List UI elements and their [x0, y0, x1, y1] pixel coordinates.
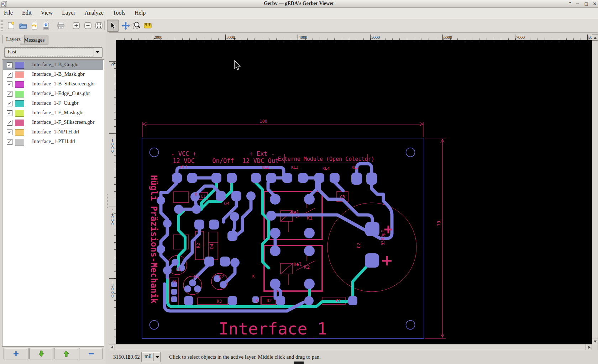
titlebar[interactable]: Gerbv — gEDA's Gerber Viewer ^ ─ ◻ ✕ — [0, 0, 598, 8]
silk-kl1: KL1 — [180, 165, 188, 169]
pane-splitter[interactable] — [106, 32, 109, 364]
scroll-down-button[interactable] — [592, 338, 598, 344]
layer-visibility-checkbox[interactable]: ✓ — [7, 139, 12, 145]
background-artifact — [294, 362, 304, 364]
toolbar-grip[interactable] — [1, 20, 3, 31]
layer-visibility-checkbox[interactable]: ✓ — [7, 72, 12, 78]
layer-row[interactable]: ✓ Interface_1-B_Cu.gbr — [3, 60, 103, 70]
menu-view[interactable]: View — [37, 8, 57, 17]
move-layer-up-button[interactable] — [54, 348, 78, 359]
horizontal-scroll-thumb[interactable] — [115, 344, 586, 350]
vertical-scrollbar[interactable] — [592, 35, 598, 344]
render-mode-dropdown-button[interactable] — [94, 48, 101, 56]
menu-analyze[interactable]: Analyze — [81, 8, 107, 17]
layer-row[interactable]: ✓ Interface_1-PTH.drl — [3, 137, 103, 147]
layer-name: Interface_1-F_Cu.gbr — [32, 100, 78, 106]
ruler-label: 5000 — [371, 35, 380, 40]
silk-r1: R1 — [336, 298, 341, 303]
silk-ext-2: 12 VDC Out — [242, 157, 279, 164]
layer-row[interactable]: ✓ Interface_1-Edge_Cuts.gbr — [3, 89, 103, 99]
layer-visibility-checkbox[interactable]: ✓ — [7, 120, 12, 126]
layer-color-swatch[interactable] — [15, 139, 24, 146]
layer-row[interactable]: ✓ Interface_1-B_Silkscreen.gbr — [3, 79, 103, 89]
menu-layer[interactable]: Layer — [58, 8, 79, 17]
menu-file[interactable]: File — [0, 8, 17, 17]
silk-k: K — [252, 274, 255, 279]
units-dropdown[interactable]: mil — [141, 352, 161, 362]
layer-visibility-checkbox[interactable]: ✓ — [7, 130, 12, 135]
silk-k2: K2 — [304, 264, 310, 270]
layer-row[interactable]: ✓ Interface_1-NPTH.drl — [3, 127, 103, 137]
zoom-fit-button[interactable] — [93, 20, 105, 32]
menu-help[interactable]: Help — [131, 8, 150, 17]
layer-row[interactable]: ✓ Interface_1-B_Mask.gbr — [3, 70, 103, 79]
menu-edit[interactable]: Edit — [18, 8, 36, 17]
layer-row[interactable]: ✓ Interface_1-F_Cu.gbr — [3, 99, 103, 108]
pcb-canvas[interactable]: 100 70 - VCC + 12 VDC On/Off + Ext - 12 … — [116, 40, 592, 344]
layer-visibility-checkbox[interactable]: ✓ — [7, 110, 12, 116]
layer-row[interactable]: ✓ Interface_1-F_Mask.gbr — [3, 108, 103, 118]
zoom-region-tool-icon — [132, 21, 141, 30]
layer-visibility-checkbox[interactable]: ✓ — [7, 81, 12, 87]
render-mode-value: Fast — [7, 49, 16, 55]
save-button[interactable] — [40, 20, 52, 32]
pan-tool-icon — [121, 21, 130, 30]
minimize-button[interactable]: ─ — [574, 0, 582, 7]
horizontal-scrollbar[interactable] — [109, 344, 592, 350]
chevron-down-icon — [96, 51, 99, 53]
toolbar-separator — [104, 21, 105, 30]
ruler-label: 8000 — [588, 35, 592, 40]
zoom-in-button[interactable] — [70, 20, 82, 32]
layer-visibility-checkbox[interactable]: ✓ — [7, 62, 12, 68]
scroll-right-button[interactable] — [586, 344, 592, 350]
vertical-scroll-thumb[interactable] — [592, 41, 598, 338]
scroll-up-button[interactable] — [592, 35, 598, 41]
move-layer-down-button[interactable] — [29, 348, 53, 359]
ruler-position-marker — [233, 38, 236, 40]
ruler-position-marker — [114, 62, 116, 65]
layer-color-swatch[interactable] — [15, 100, 24, 107]
render-mode-focus — [5, 48, 94, 57]
dim-width-label: 100 — [259, 119, 267, 124]
print-button[interactable] — [55, 20, 67, 32]
print-icon — [57, 21, 65, 30]
zoom-out-icon — [84, 21, 92, 30]
shade-button[interactable]: ^ — [566, 0, 574, 7]
layer-color-swatch[interactable] — [15, 62, 24, 69]
layer-visibility-checkbox[interactable]: ✓ — [7, 91, 12, 97]
layer-name: Interface_1-PTH.drl — [32, 138, 75, 144]
layer-color-swatch[interactable] — [15, 81, 24, 88]
window-title: Gerbv — gEDA's Gerber Viewer — [0, 1, 598, 6]
maximize-button[interactable]: ◻ — [582, 0, 590, 7]
dim-height-label: 70 — [436, 221, 441, 226]
ruler-label: -2000 — [110, 207, 115, 225]
silk-kl3: KL3 — [291, 165, 298, 170]
pointer-tool-button[interactable] — [107, 20, 119, 32]
ruler-label: -3000 — [110, 279, 115, 297]
tab-layers[interactable]: Layers — [2, 35, 25, 43]
measure-tool-button[interactable] — [142, 20, 154, 32]
revert-button[interactable] — [28, 20, 41, 32]
add-layer-button[interactable] — [4, 348, 28, 359]
remove-layer-button[interactable] — [79, 348, 103, 359]
menu-tools[interactable]: Tools — [109, 8, 129, 17]
layer-color-swatch[interactable] — [15, 129, 24, 136]
pan-tool-button[interactable] — [120, 20, 132, 32]
layer-row[interactable]: ✓ Interface_1-F_Silkscreen.gbr — [3, 118, 103, 127]
layer-color-swatch[interactable] — [15, 110, 24, 117]
open-file-button[interactable] — [17, 20, 29, 32]
menubar: File Edit View Layer Analyze Tools Help — [0, 8, 598, 18]
gerbv-window: Gerbv — gEDA's Gerber Viewer ^ ─ ◻ ✕ Fil… — [0, 0, 598, 364]
layer-color-swatch[interactable] — [15, 120, 24, 126]
layer-visibility-checkbox[interactable]: ✓ — [7, 101, 12, 106]
arrow-down-icon — [38, 350, 45, 357]
close-button[interactable]: ✕ — [591, 0, 598, 7]
zoom-region-tool-button[interactable] — [131, 20, 143, 32]
scroll-left-button[interactable] — [109, 344, 115, 350]
layer-color-swatch[interactable] — [15, 72, 24, 78]
render-mode-dropdown[interactable]: Fast — [4, 47, 103, 58]
layer-color-swatch[interactable] — [15, 91, 24, 97]
layer-list[interactable]: ✓ Interface_1-B_Cu.gbr ✓ Interface_1-B_M… — [2, 59, 104, 347]
new-file-button[interactable] — [5, 20, 17, 32]
zoom-out-button[interactable] — [82, 20, 94, 32]
